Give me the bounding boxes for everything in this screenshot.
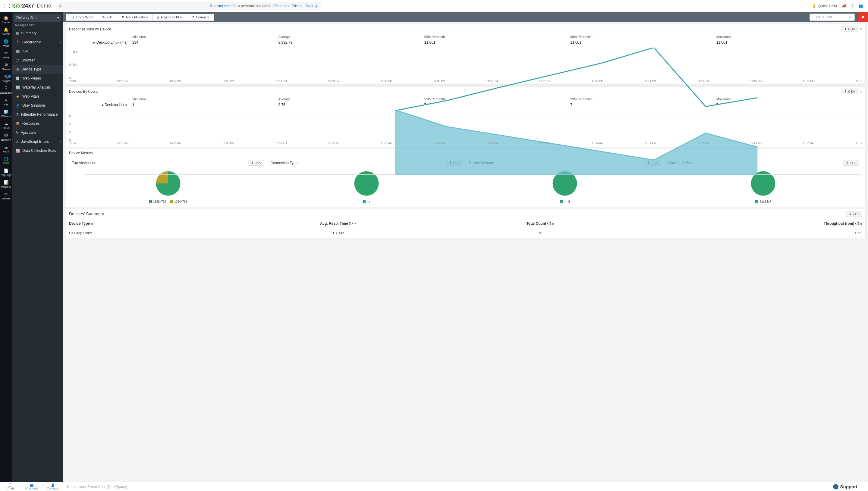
rail-web[interactable]: 🌐Web [0, 37, 12, 49]
expand-icon[interactable]: ⛶ [861, 484, 864, 489]
register-link[interactable]: Register here [210, 4, 231, 8]
promo-text: Register here for a personalized demo | … [210, 4, 318, 8]
info-icon[interactable]: ⓘ [855, 222, 859, 226]
rail-admin[interactable]: ⚙Admin [0, 190, 12, 202]
response-time-chart: 05,00010,00010:4910:51 PM10:53 PM10:55 P… [69, 47, 862, 83]
support-button[interactable]: 🎧Support [833, 484, 858, 490]
sidebar-item-label: Web Pages [22, 76, 41, 80]
copy-script-button[interactable]: 📋Copy Script [66, 14, 98, 21]
sidebar-item-summary[interactable]: ▦Summary [12, 29, 63, 38]
col-total-count[interactable]: Total Count ⓘ ◆ [451, 219, 630, 229]
edit-icon: ✎ [102, 16, 105, 19]
sidebar-item-web-pages[interactable]: 📄Web Pages [12, 74, 63, 83]
admin-icon: ⚙ [4, 192, 8, 196]
mark-milestone-button[interactable]: ⚑Mark Milestone [117, 14, 153, 21]
col-device-type[interactable]: Device Type ◆ [66, 219, 226, 229]
rail-reports[interactable]: 📊Reports [0, 178, 12, 190]
smart-chat-placeholder[interactable]: Here is your Smart Chat (Ctrl+Space) [63, 485, 833, 489]
rail-plugins[interactable]: 🔌1Plugins [0, 73, 12, 84]
sort-icon: ◆ [552, 222, 554, 225]
col-avg-resp[interactable]: Avg. Resp. Time ⓘ ▼ [226, 219, 451, 229]
site-selector[interactable]: Delivery Site ▾ [14, 14, 61, 22]
megaphone-icon[interactable]: 📣 [842, 4, 847, 8]
svg-point-5 [553, 171, 577, 196]
sidebar-item-device-type[interactable]: 🖥Device Type [12, 65, 63, 74]
info-icon[interactable]: ⓘ [547, 222, 551, 226]
web-vitals-icon: ⚡ [16, 94, 20, 98]
global-search[interactable]: Register here for a personalized demo | … [56, 2, 321, 10]
scroll-content[interactable]: Response Time by Device ⬇CSV ≡ Minimum A… [63, 22, 868, 482]
sidebar-item-javascript-errors[interactable]: ⚠JavaScript Errors› [12, 137, 63, 146]
rail-rum[interactable]: 🌐RUM [0, 155, 12, 167]
panel-title: Response Time by Device [69, 27, 111, 31]
sidebar-item-label: User Sessions [22, 103, 46, 108]
topbar: ⋮⋮⋮ Site24x7 Demo Register here for a pe… [0, 0, 868, 12]
footer-contacts[interactable]: 👤Contacts [42, 484, 63, 490]
copy-icon: 📋 [70, 16, 75, 19]
javascript-errors-icon: ⚠ [16, 140, 19, 144]
rail-database[interactable]: 🗄Database [0, 84, 12, 96]
quick-help-link[interactable]: 💡Quick Help [812, 4, 837, 8]
plans-link[interactable]: Plans and Pricing [274, 4, 302, 8]
cloud-icon: ☁ [4, 121, 8, 126]
ajax-calls-icon: ↯ [16, 131, 18, 135]
sidebar-item-browser[interactable]: 🖵Browser [12, 56, 63, 65]
compare-button[interactable]: ⇄Compare [187, 14, 214, 21]
top-right-links: 💡Quick Help 📣 ? 👥 [812, 4, 866, 8]
close-button[interactable]: ✕ [858, 12, 868, 22]
csv-button[interactable]: ⬇CSV [841, 26, 858, 32]
isp-icon: 🏢 [16, 49, 20, 53]
export-pdf-button[interactable]: ⎘Export as PDF [152, 14, 187, 21]
footer-chats[interactable]: 💬Chats [0, 484, 21, 490]
demo-label: Demo [37, 3, 51, 9]
rail-k8s[interactable]: ⎈K8s [0, 96, 12, 108]
rail-applogs[interactable]: 📄AppLogs [0, 167, 12, 178]
csv-button[interactable]: ⬇CSV [846, 211, 862, 217]
help-icon[interactable]: ? [851, 4, 853, 8]
rail-aws[interactable]: ☁AWS [0, 143, 12, 155]
sidebar-item-waterfall-analysis[interactable]: 📊Waterfall Analysis [12, 83, 63, 92]
time-range-selector[interactable]: Last 30 Min ▾ [810, 13, 855, 21]
edit-button[interactable]: ✎Edit [97, 14, 117, 21]
footer-channels[interactable]: 👥Channels [21, 484, 42, 490]
sidebar-item-isp[interactable]: 🏢ISP [12, 47, 63, 56]
rail-home[interactable]: 🏠Home [0, 14, 12, 26]
site24x7-logo[interactable]: Site24x7 Demo [12, 3, 51, 9]
rail-apm[interactable]: 👁APM [0, 49, 12, 61]
info-icon[interactable]: ⓘ [349, 222, 353, 226]
home-icon: 🏠 [4, 16, 8, 20]
footer-bar: 💬Chats 👥Channels 👤Contacts Here is your … [0, 482, 868, 491]
rail-network[interactable]: 🕸Network [0, 131, 12, 143]
sidebar-item-data-collection-stats[interactable]: 📈Data Collection Stats [12, 146, 63, 155]
logo-text-2: 24x7 [22, 3, 34, 9]
col-throughput[interactable]: Throughput (rpm) ⓘ ◆ [630, 219, 866, 229]
headset-icon: 🎧 [833, 484, 838, 490]
user-icon[interactable]: 👥 [858, 4, 863, 8]
apps-grid-icon[interactable]: ⋮⋮⋮ [2, 3, 10, 9]
sort-icon: ◆ [860, 222, 862, 225]
sidebar-item-label: Data Collection Stats [22, 148, 56, 153]
web-pages-icon: 📄 [16, 77, 20, 80]
rail-cloud[interactable]: ☁Cloud [0, 120, 12, 131]
sidebar-item-label: Waterfall Analysis [22, 85, 51, 89]
rail-server[interactable]: 🖥Server [0, 61, 12, 73]
sidebar-item-geographic[interactable]: 📍Geographic› [12, 38, 63, 47]
sidebar-item-user-sessions[interactable]: 👤User Sessions [12, 101, 63, 110]
rail-alarms[interactable]: 🔔Alarms [0, 26, 12, 37]
expand-icon[interactable]: ▸ [93, 40, 95, 45]
main-content: 📋Copy Script ✎Edit ⚑Mark Milestone ⎘Expo… [63, 12, 868, 482]
aws-icon: ☁ [4, 145, 8, 149]
sidebar-item-ajax-calls[interactable]: ↯Ajax calls [12, 128, 63, 137]
applogs-icon: 📄 [4, 168, 8, 173]
sidebar-item-resources[interactable]: 📦Resources [12, 119, 63, 128]
signup-link[interactable]: Sign Up [305, 4, 318, 8]
sidebar-item-filterable-performance[interactable]: ⚗Filterable Performance [12, 110, 63, 119]
apm-icon: 👁 [4, 51, 8, 55]
rum-icon: 🌐 [4, 156, 8, 161]
sidebar-item-web-vitals[interactable]: ⚡Web Vitals [12, 92, 63, 101]
sidebar-item-label: Summary [21, 31, 36, 35]
legend-item: >= 8 [560, 200, 570, 203]
rail-vmware[interactable]: 🧊VMware [0, 108, 12, 120]
panel-menu-icon[interactable]: ≡ [860, 27, 862, 31]
table-row[interactable]: Desktop Linux 1.7 sec 15 0.52 [66, 229, 865, 238]
